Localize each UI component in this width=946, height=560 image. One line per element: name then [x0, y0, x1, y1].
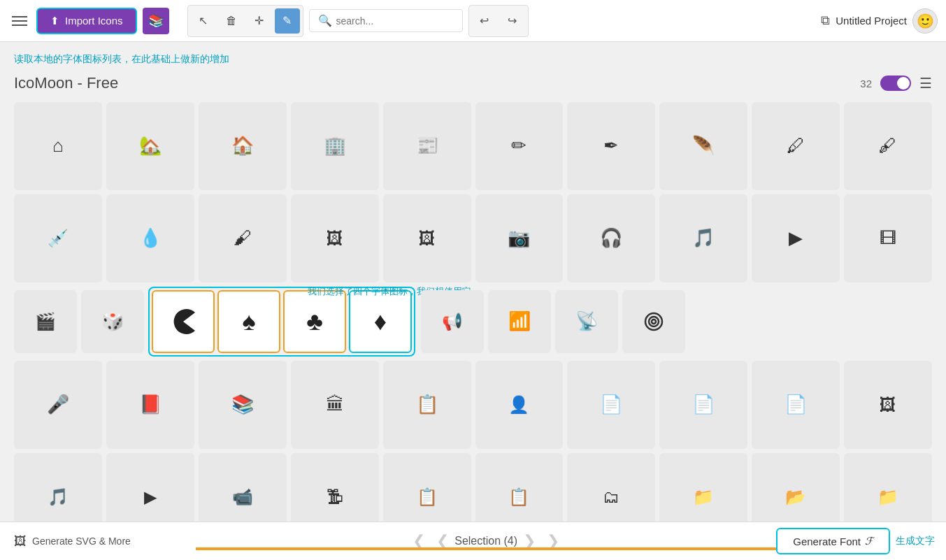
icon-document2[interactable]: 👤 [475, 361, 564, 449]
icon-building[interactable]: 🏢 [291, 102, 379, 190]
icon-row-1: ⌂ 🏡 🏠 🏢 📰 ✏ ✒ 🪶 🖊 🖋 [14, 102, 932, 190]
icon-paintroller[interactable]: 🖌 [199, 194, 287, 282]
icon-broadcast[interactable]: 📡 [555, 290, 618, 353]
icon-clipboard2[interactable]: 📋 [475, 453, 564, 522]
icon-play[interactable]: ▶ [752, 194, 840, 282]
icon-book[interactable]: 📕 [106, 361, 194, 449]
icon-folder-add[interactable]: 📁 [844, 453, 932, 522]
move-tool-button[interactable]: ✛ [247, 8, 272, 34]
icon-pen[interactable]: ✒ [567, 102, 655, 190]
icon-music[interactable]: 🎵 [659, 194, 747, 282]
trash-icon: 🗑 [226, 15, 237, 27]
icon-newspaper[interactable]: 📰 [383, 102, 471, 190]
section-menu-icon[interactable]: ☰ [919, 75, 932, 92]
bottom-bar: 🖼 Generate SVG & More ❮ ❮ Selection (4) … [0, 522, 946, 560]
icon-eyedropper[interactable]: 💉 [14, 194, 102, 282]
icon-file-music[interactable]: 🎵 [14, 453, 102, 522]
svg-point-2 [645, 313, 662, 330]
icon-pencil[interactable]: ✏ [475, 102, 564, 190]
library-icon: 📚 [148, 13, 164, 29]
icon-row-4: 🎤 📕 📚 🏛 📋 👤 📄 📄 📄 🖼 [14, 361, 932, 449]
project-title: Untitled Project [836, 15, 907, 27]
search-bar: 🔍 [309, 9, 463, 32]
radio-waves-svg [641, 309, 666, 334]
icon-fountain-pen[interactable]: 🖊 [752, 102, 840, 190]
generate-font-icon: ℱ [865, 535, 873, 547]
tool-group: ↖ 🗑 ✛ ✎ [187, 5, 303, 37]
selected-group: ♠ ♣ ♦ [148, 287, 415, 357]
icon-file3[interactable]: 📄 [752, 361, 840, 449]
hamburger-line2 [12, 20, 27, 22]
section-header: IcoMoon - Free 32 ☰ [14, 74, 932, 92]
layers-icon: ⧉ [821, 13, 830, 28]
generate-font-button[interactable]: Generate Font ℱ [776, 528, 890, 554]
toggle-switch[interactable] [880, 76, 911, 91]
svg-point-0 [652, 320, 656, 324]
undo-button[interactable]: ↩ [472, 8, 497, 34]
icon-film[interactable]: 🎞 [844, 194, 932, 282]
icon-pacman[interactable] [152, 290, 215, 353]
icon-microphone[interactable]: 🎤 [14, 361, 102, 449]
move-icon: ✛ [255, 14, 264, 27]
icon-file1[interactable]: 📄 [567, 361, 655, 449]
avatar[interactable]: 🙂 [912, 8, 938, 34]
icon-file-image[interactable]: 🖼 [844, 361, 932, 449]
hamburger-button[interactable] [8, 10, 31, 32]
icon-spade[interactable]: ♠ [217, 290, 280, 353]
icon-count-badge: 32 [860, 78, 872, 89]
section-title: IcoMoon - Free [14, 74, 118, 92]
icon-image2[interactable]: 🖼 [383, 194, 471, 282]
icon-books[interactable]: 📚 [199, 361, 287, 449]
redo-icon: ↪ [508, 14, 517, 27]
search-input[interactable] [336, 15, 454, 27]
redo-button[interactable]: ↪ [500, 8, 525, 34]
icon-image1[interactable]: 🖼 [291, 194, 379, 282]
icon-row-5: 🎵 ▶ 📹 🗜 📋 📋 🗂 📁 📂 📁 [14, 453, 932, 522]
club-symbol: ♣ [306, 307, 323, 336]
icon-stack[interactable]: 🗂 [567, 453, 655, 522]
pencil-icon: ✎ [282, 14, 292, 27]
section-controls: 32 ☰ [860, 75, 932, 92]
bottom-right-label: 生成文字 [896, 535, 946, 547]
icon-folder1[interactable]: 📁 [659, 453, 747, 522]
selection-progress-bar [196, 547, 776, 550]
toggle-knob [897, 77, 910, 89]
icon-club[interactable]: ♣ [283, 290, 346, 353]
icon-pen2[interactable]: 🖋 [844, 102, 932, 190]
icon-file-camera[interactable]: 📹 [199, 453, 287, 522]
select-tool-button[interactable]: ↖ [191, 8, 216, 34]
icon-home2[interactable]: 🏡 [106, 102, 194, 190]
cursor-icon: ↖ [199, 14, 208, 27]
delete-tool-button[interactable]: 🗑 [219, 8, 244, 34]
icon-diamond[interactable]: ♦ [349, 290, 412, 353]
icon-megaphone[interactable]: 📢 [421, 290, 484, 353]
import-icons-button[interactable]: ⬆ Import Icons [36, 8, 137, 34]
project-area: ⧉ Untitled Project [821, 13, 907, 28]
icon-home1[interactable]: ⌂ [14, 102, 102, 190]
icon-droplet[interactable]: 💧 [106, 194, 194, 282]
icon-zip[interactable]: 🗜 [291, 453, 379, 522]
icon-radio[interactable] [622, 290, 685, 353]
icon-home3[interactable]: 🏠 [199, 102, 287, 190]
icon-camera[interactable]: 📷 [475, 194, 564, 282]
edit-tool-button[interactable]: ✎ [275, 8, 300, 34]
selection-count-label: Selection (4) [454, 535, 517, 547]
icon-library[interactable]: 🏛 [291, 361, 379, 449]
icon-headphones[interactable]: 🎧 [567, 194, 655, 282]
icon-dice[interactable]: 🎲 [81, 290, 144, 353]
icon-file2[interactable]: 📄 [659, 361, 747, 449]
icon-quill[interactable]: 🪶 [659, 102, 747, 190]
icon-folder2[interactable]: 📂 [752, 453, 840, 522]
icon-grid: ⌂ 🏡 🏠 🏢 📰 ✏ ✒ 🪶 🖊 🖋 💉 💧 🖌 🖼 🖼 📷 🎧 🎵 ▶ 🎞 [14, 102, 932, 522]
icon-clipboard1[interactable]: 📋 [383, 453, 471, 522]
hamburger-line1 [12, 16, 27, 17]
diamond-symbol: ♦ [374, 307, 387, 336]
generate-svg-button[interactable]: 🖼 Generate SVG & More [0, 534, 196, 549]
main-content: 读取本地的字体图标列表，在此基础上做新的增加 IcoMoon - Free 32… [0, 42, 946, 522]
library-button[interactable]: 📚 [143, 8, 169, 34]
icon-document1[interactable]: 📋 [383, 361, 471, 449]
icon-row-3: 🎬 🎲 ♠ ♣ ♦ [14, 287, 932, 357]
icon-video-camera[interactable]: 🎬 [14, 290, 77, 353]
icon-wifi[interactable]: 📶 [488, 290, 551, 353]
icon-file-video[interactable]: ▶ [106, 453, 194, 522]
